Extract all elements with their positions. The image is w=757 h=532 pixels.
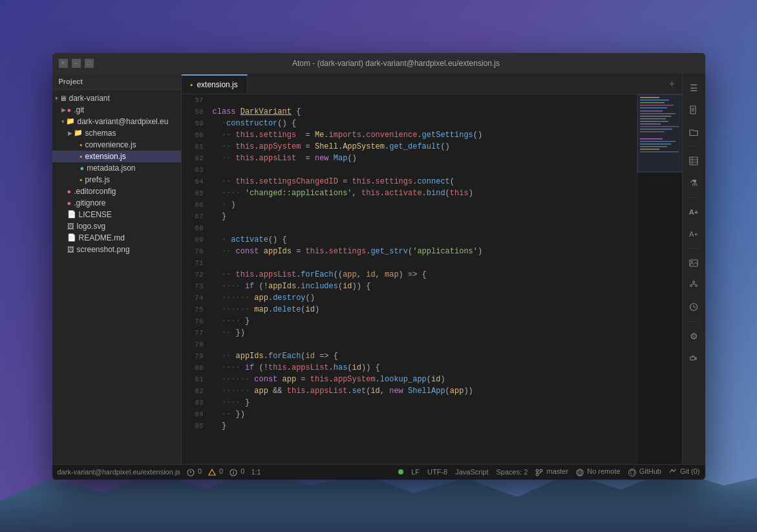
spacer: ▶ (61, 223, 66, 229)
spacer: ▶ (74, 165, 79, 171)
sidebar: Project ▾ 🖥 dark-variant ▶ ● .git ▾ (52, 74, 182, 464)
language-label[interactable]: JavaScript (455, 468, 488, 476)
code-line-69: · activate() { (213, 234, 637, 246)
spacer: ▶ (61, 211, 66, 218)
folder-icon: 📁 (74, 129, 83, 137)
clock-panel-icon[interactable] (685, 298, 703, 316)
code-line-64: ·· this.settingsChangedID = this.setting… (213, 176, 637, 187)
svg-point-53 (540, 469, 543, 472)
line-num: 65 (182, 187, 209, 199)
font-smaller-icon[interactable]: A+ (685, 225, 703, 243)
indent-label[interactable]: Spaces: 2 (496, 468, 528, 476)
line-num: 81 (182, 374, 209, 385)
spacer: ▶ (61, 200, 66, 206)
window-controls: × – □ (59, 59, 94, 68)
tree-item-gitignore[interactable]: ▶ ● .gitignore (52, 197, 181, 209)
line-num: 71 (182, 257, 209, 269)
svg-rect-21 (637, 94, 682, 172)
minimap (637, 94, 682, 464)
tree-item-git[interactable]: ▶ ● .git (52, 104, 181, 116)
tree-item-dark-variant-hardpixel[interactable]: ▾ 📁 dark-variant@hardpixel.eu (52, 116, 181, 127)
font-larger-icon[interactable]: A+ (685, 203, 703, 221)
tree-panel-icon[interactable] (685, 276, 703, 294)
code-content[interactable]: class DarkVariant { ·constructor() { ·· … (209, 94, 637, 464)
sidebar-header: Project (52, 74, 181, 90)
md-file-icon: 📄 (67, 233, 76, 242)
branch-label: master (535, 467, 568, 476)
git-file-icon: ● (67, 199, 72, 207)
encoding-label[interactable]: UTF-8 (427, 468, 447, 476)
code-line-65: ···· 'changed::applications', this.activ… (213, 187, 637, 199)
line-num: 68 (182, 222, 209, 234)
tree-item-metadata-json[interactable]: ▶ ● metadata.json (52, 162, 181, 174)
tree-label: .editorconfig (74, 187, 116, 196)
image-file-icon: 🖼 (67, 222, 74, 230)
close-button[interactable]: × (59, 59, 68, 68)
tree-label: LICENSE (79, 210, 112, 219)
config-file-icon: ● (67, 187, 72, 195)
tree-item-screenshot-png[interactable]: ▶ 🖼 screenshot.png (52, 244, 181, 255)
tree-item-convenience-js[interactable]: ▶ ▪ convenience.js (52, 139, 181, 151)
tab-extension-js[interactable]: ▪ extension.js (182, 74, 248, 94)
info-label: 0 (229, 467, 244, 476)
code-line-57 (213, 94, 637, 106)
list-icon[interactable]: ☰ (685, 79, 703, 97)
statusbar-left: dark-variant@hardpixel.eu/extension.js 0… (58, 467, 261, 476)
tree-item-prefs-js[interactable]: ▶ ▪ prefs.js (52, 174, 181, 186)
git-label[interactable]: Git (0) (669, 467, 700, 476)
tab-add-button[interactable]: + (663, 74, 682, 94)
tree-item-readme-md[interactable]: ▶ 📄 README.md (52, 232, 181, 244)
svg-rect-41 (690, 357, 695, 360)
line-num: 70 (182, 246, 209, 257)
svg-point-31 (691, 261, 692, 262)
eol-label[interactable]: LF (411, 468, 420, 476)
folder-icon: 📁 (66, 117, 75, 125)
dot-icon: ● (67, 106, 72, 114)
code-line-78 (213, 339, 637, 350)
tree-item-license[interactable]: ▶ 📄 LICENSE (52, 209, 181, 220)
json-file-icon: ● (80, 164, 85, 172)
arrow-icon: ▾ (61, 118, 65, 125)
line-num: 82 (182, 385, 209, 397)
line-num: 78 (182, 339, 209, 350)
status-dot (398, 469, 403, 474)
folder-panel-icon[interactable] (685, 123, 703, 141)
image-panel-icon[interactable] (685, 254, 703, 272)
code-line-58: class DarkVariant { (213, 106, 637, 118)
map-panel-icon[interactable] (685, 152, 703, 170)
arrow-icon: ▶ (68, 130, 72, 136)
code-line-73: ···· if (!appIds.includes(id)) { (213, 281, 637, 292)
maximize-button[interactable]: □ (85, 59, 94, 68)
file-tree[interactable]: ▾ 🖥 dark-variant ▶ ● .git ▾ 📁 dark-varia… (52, 90, 181, 464)
spacer: ▶ (61, 188, 66, 195)
minimize-button[interactable]: – (72, 59, 81, 68)
tree-item-schemas[interactable]: ▶ 📁 schemas (52, 127, 181, 139)
text-file-icon: 📄 (67, 210, 76, 218)
tree-item-logo-svg[interactable]: ▶ 🖼 logo.svg (52, 220, 181, 232)
file-panel-icon[interactable] (685, 101, 703, 119)
tree-item-dark-variant-root[interactable]: ▾ 🖥 dark-variant (52, 92, 181, 104)
github-label[interactable]: GitHub (628, 467, 661, 476)
code-line-71 (213, 257, 637, 269)
separator (687, 146, 700, 147)
editor-container: ▪ extension.js + 57 58 59 60 61 62 63 64… (182, 74, 682, 464)
js-file-icon: ▪ (80, 176, 83, 184)
plugin-panel-icon[interactable] (685, 349, 703, 367)
svg-point-50 (233, 470, 234, 471)
gear-panel-icon[interactable]: ⚙ (685, 327, 703, 345)
code-editor: 57 58 59 60 61 62 63 64 65 66 67 68 69 7… (182, 94, 682, 464)
tree-item-extension-js[interactable]: ▶ ▪ extension.js (52, 151, 181, 162)
code-line-77: ·· }) (213, 327, 637, 339)
separator (687, 248, 700, 249)
svg-point-33 (690, 284, 692, 286)
window-title: Atom - (dark-variant) dark-variant@hardp… (94, 59, 699, 68)
filter-panel-icon[interactable]: ⚗ (685, 174, 703, 192)
spacer: ▶ (74, 153, 79, 160)
line-num: 63 (182, 164, 209, 176)
tree-item-editorconfig[interactable]: ▶ ● .editorconfig (52, 186, 181, 197)
code-line-70: ·· const appIds = this.settings.get_strv… (213, 246, 637, 257)
tree-label: convenience.js (85, 140, 136, 149)
remote-label: No remote (576, 467, 620, 476)
line-num: 80 (182, 362, 209, 374)
code-line-72: ·· this.appsList.forEach((app, id, map) … (213, 269, 637, 281)
